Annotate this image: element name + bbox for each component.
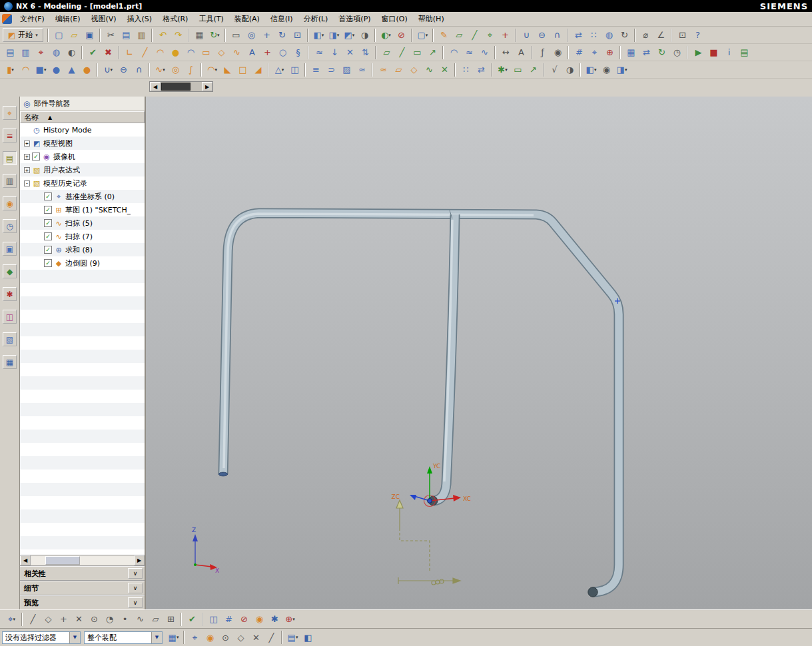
datum-plane-icon[interactable]: ▱ <box>452 28 467 43</box>
info-icon[interactable]: i <box>721 45 737 60</box>
toolbar-overflow-scrollbar[interactable]: ◀ ▶ <box>149 81 213 92</box>
section-expand-button[interactable]: ∨ <box>128 583 143 593</box>
menu-view[interactable]: 视图(V) <box>85 12 121 26</box>
name-column-header[interactable]: 名称 ▲ <box>20 111 145 123</box>
midpoint-snap-icon[interactable]: ◇ <box>233 630 248 645</box>
tree-checkbox[interactable]: ✓ <box>44 192 52 200</box>
tube-icon[interactable]: ◎ <box>168 63 183 77</box>
save-icon[interactable]: ▣ <box>82 28 97 43</box>
mirror-feature-icon[interactable]: ⇄ <box>474 63 489 77</box>
annotation-icon[interactable]: A <box>514 45 529 60</box>
select-rectangle-icon[interactable]: ▭ <box>228 28 244 43</box>
datum-csys-icon[interactable]: ⌖ <box>482 28 498 43</box>
pattern-feature-icon[interactable]: ∷ <box>458 63 474 77</box>
offset-curve-icon[interactable]: ≈ <box>312 45 327 60</box>
text-icon[interactable]: A <box>244 45 260 60</box>
tree-expand-toggle[interactable]: + <box>24 154 30 160</box>
point-tool-icon[interactable]: + <box>260 45 275 60</box>
sphere-icon[interactable]: ● <box>79 63 95 77</box>
deviation-analysis-icon[interactable]: √ <box>547 63 562 77</box>
tree-checkbox[interactable]: ✓ <box>44 219 52 227</box>
object-display-icon[interactable]: ◍ <box>49 45 64 60</box>
project-curve-icon[interactable]: ↓ <box>327 45 342 60</box>
wcs-triad[interactable]: YC XC ZC <box>392 463 471 507</box>
tree-checkbox[interactable]: ✓ <box>44 246 52 254</box>
curve-length-icon[interactable]: ∿ <box>477 45 492 60</box>
rendering-style-icon[interactable]: ◨▾ <box>326 28 342 43</box>
combo-arrow-icon[interactable]: ▼ <box>151 632 162 643</box>
point-on-curve-snap-icon[interactable]: ∿ <box>133 612 148 627</box>
point-icon[interactable]: + <box>498 28 513 43</box>
intersection-curve-icon[interactable]: ✕ <box>342 45 358 60</box>
offset-surface-icon[interactable]: ⊃ <box>324 63 339 77</box>
combined-projection-icon[interactable]: ⇅ <box>358 45 373 60</box>
layer-settings-icon[interactable]: ▤ <box>3 45 18 60</box>
spreadsheet-icon[interactable]: ▤ <box>737 45 752 60</box>
tree-row[interactable]: - ▧ 模型历史记录 <box>20 176 145 190</box>
sketch-datum-glyphs[interactable] <box>396 500 460 585</box>
tree-row[interactable]: + ◩ 模型视图 <box>20 137 145 150</box>
draft-icon[interactable]: ◢ <box>250 63 266 77</box>
tree-checkbox[interactable]: ✓ <box>32 153 40 161</box>
unsuppress-icon[interactable]: ✔ <box>85 45 101 60</box>
fillet-icon[interactable]: ◠ <box>183 45 199 60</box>
scene-settings-icon[interactable]: ◧▾ <box>584 63 599 77</box>
paste-icon[interactable]: ▥ <box>134 28 149 43</box>
show-hide-object-icon[interactable]: ◐ <box>64 45 79 60</box>
tree-row[interactable]: ✓ ∿ 扫掠 (7) <box>20 230 145 243</box>
patch-icon[interactable]: ▨ <box>339 63 354 77</box>
tree-checkbox[interactable]: ✓ <box>44 206 52 214</box>
template-studio-tab[interactable]: ▣ <box>3 242 17 256</box>
layer-visible-in-view-icon[interactable]: ▥ <box>18 45 33 60</box>
selection-filter-combo[interactable]: 没有选择过滤器 ▼ <box>2 631 81 644</box>
tree-checkbox[interactable]: ✓ <box>44 259 52 267</box>
tree-row[interactable]: ✓ ⊞ 草图 (1) "SKETCH_ <box>20 203 145 216</box>
materials-tab[interactable]: ▧ <box>3 332 17 346</box>
menu-analysis[interactable]: 分析(L) <box>298 12 334 26</box>
suppress-icon[interactable]: ✖ <box>101 45 116 60</box>
shell-icon[interactable]: □ <box>235 63 250 77</box>
play-animation-icon[interactable]: ▶ <box>691 45 706 60</box>
plane-icon[interactable]: ▭ <box>410 45 425 60</box>
operation-navigator-tab[interactable]: ▥ <box>3 174 17 188</box>
menu-window[interactable]: 窗口(O) <box>376 12 413 26</box>
n-sided-surface-icon[interactable]: ◇ <box>406 63 422 77</box>
synchronous-modeling-icon[interactable]: ✱▾ <box>495 63 510 77</box>
view-list-icon[interactable]: ▤▾ <box>285 630 300 645</box>
window-icon[interactable]: ▢▾ <box>415 28 430 43</box>
studio-spline-icon[interactable]: ∿ <box>229 45 244 60</box>
sew-icon[interactable]: ≈ <box>354 63 370 77</box>
interrupt-icon[interactable]: ⊘ <box>236 612 252 627</box>
swept-icon[interactable]: ∿▾ <box>153 63 168 77</box>
open-file-icon[interactable]: ▱ <box>67 28 82 43</box>
fullscreen-icon[interactable]: ⊡ <box>675 28 690 43</box>
line-icon[interactable]: ╱ <box>137 45 153 60</box>
scroll-thumb[interactable] <box>161 83 191 91</box>
history-tab[interactable]: ◷ <box>3 219 17 233</box>
section-dependencies[interactable]: 相关性 ∨ <box>20 565 145 580</box>
expressions-icon[interactable]: ƒ <box>535 45 550 60</box>
assembly-navigator-tab[interactable]: ⌖ <box>3 106 17 120</box>
zoom-icon[interactable]: ◎ <box>244 28 259 43</box>
bounded-grid-snap-icon[interactable]: ⊞ <box>163 612 179 627</box>
dimension-icon[interactable]: ↔ <box>498 45 514 60</box>
scroll-right-button[interactable]: ▶ <box>202 82 212 91</box>
tree-row[interactable]: ✓ ∿ 扫掠 (5) <box>20 216 145 230</box>
scroll-track[interactable] <box>161 82 202 91</box>
menu-file[interactable]: 文件(F) <box>15 12 50 26</box>
move-face-icon[interactable]: ▭ <box>510 63 526 77</box>
quadrant-snap-icon[interactable]: ◔ <box>102 612 117 627</box>
start-menu-button[interactable]: ◩ 开始 ▾ <box>3 28 43 42</box>
polygon-icon[interactable]: ◇ <box>214 45 229 60</box>
edit-object-display-icon[interactable]: ◍ <box>602 28 617 43</box>
wcs-dynamics-icon[interactable]: ⌖ <box>33 45 49 60</box>
arc-icon[interactable]: ◠ <box>153 45 168 60</box>
graphics-window[interactable]: YC XC ZC Z X <box>146 97 812 609</box>
tree-row[interactable]: ✓ ⊕ 求和 (8) <box>20 243 145 256</box>
control-point-snap-icon[interactable]: + <box>56 612 71 627</box>
sweep-along-guide-icon[interactable]: ∫ <box>183 63 199 77</box>
tree-row[interactable]: ✓ ◆ 边倒圆 (9) <box>20 256 145 270</box>
snap-point-toggle-icon[interactable]: ⌖ <box>187 630 203 645</box>
clip-section-icon[interactable]: ◑ <box>357 28 372 43</box>
edge-blend-icon[interactable]: ◠▾ <box>204 63 220 77</box>
